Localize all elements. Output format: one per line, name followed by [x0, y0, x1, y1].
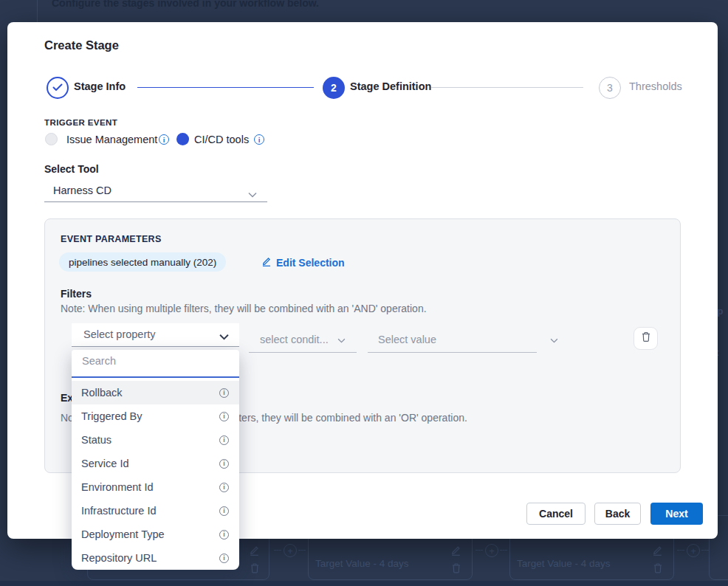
event-parameters-heading: EVENT PARAMETERS [61, 234, 162, 244]
radio-cicd-tools-label[interactable]: CI/CD tools [194, 134, 249, 145]
filters-heading: Filters [61, 288, 92, 300]
condition-select-placeholder: select condit... [260, 334, 329, 345]
next-button[interactable]: Next [650, 503, 703, 525]
radio-cicd-tools[interactable] [176, 133, 189, 145]
property-select-placeholder: Select property [83, 328, 156, 340]
check-icon [52, 82, 63, 94]
option-label: Service Id [81, 458, 219, 469]
info-icon[interactable] [254, 134, 264, 145]
step-2-label: Stage Definition [350, 80, 431, 92]
edit-pencil-icon [450, 545, 461, 559]
step-2-circle[interactable]: 2 [323, 77, 345, 99]
connector-dash [677, 550, 684, 551]
trash-icon [451, 562, 461, 577]
backdrop-divider [37, 0, 38, 22]
info-icon[interactable] [219, 483, 229, 492]
cancel-button[interactable]: Cancel [526, 503, 586, 525]
stepper-connector [431, 87, 583, 88]
option-label: Repository URL [81, 552, 219, 564]
selection-pill: pipelines selected manually (202) [59, 252, 226, 272]
back-button[interactable]: Back [594, 503, 641, 525]
modal-title: Create Stage [44, 38, 119, 52]
info-icon[interactable] [219, 388, 229, 398]
dropdown-option-rollback[interactable]: Rollback [72, 381, 239, 404]
option-label: Infrastructure Id [81, 505, 219, 517]
dropdown-option-triggered-by[interactable]: Triggered By [72, 404, 239, 428]
edit-pencil-icon [261, 256, 272, 269]
connector-dash [298, 550, 306, 551]
plus-icon: + [687, 544, 700, 557]
connector-dash [475, 550, 483, 551]
dropdown-option-repository-url[interactable]: Repository URL [72, 546, 239, 570]
trash-icon [250, 562, 260, 577]
connector-dash [701, 550, 709, 551]
filters-note: Note: When using multiple filters, they … [61, 303, 427, 314]
edit-pencil-icon [249, 545, 260, 559]
edit-selection-link[interactable]: Edit Selection [261, 256, 345, 269]
value-select[interactable]: Select value [378, 334, 558, 345]
chevron-down-icon [550, 334, 558, 345]
property-select[interactable]: Select property [72, 323, 239, 347]
connector-dash [274, 550, 281, 551]
chevron-down-icon [219, 330, 229, 343]
info-icon[interactable] [219, 435, 229, 445]
option-label: Rollback [81, 387, 219, 399]
chevron-down-icon [337, 334, 346, 345]
value-select-placeholder: Select value [378, 334, 436, 345]
plus-icon: + [284, 544, 297, 557]
option-label: Deployment Type [81, 528, 219, 540]
dropdown-option-infrastructure-id[interactable]: Infrastructure Id [72, 499, 239, 523]
edit-pencil-icon [652, 545, 663, 559]
select-tool-label: Select Tool [44, 163, 99, 175]
trash-icon [641, 331, 651, 345]
workflow-card-label: Target Value - 4 days [315, 558, 409, 569]
radio-issue-management-label[interactable]: Issue Management [66, 134, 157, 145]
trigger-event-label: TRIGGER EVENT [44, 118, 117, 127]
option-label: Status [81, 434, 219, 446]
step-1-label[interactable]: Stage Info [74, 80, 126, 92]
dropdown-option-deployment-type[interactable]: Deployment Type [72, 523, 239, 546]
search-input[interactable] [82, 355, 222, 367]
info-icon[interactable] [159, 134, 169, 145]
value-select-underline [368, 352, 537, 353]
dropdown-option-list: Rollback Triggered By Status Service Id … [72, 381, 239, 570]
workflow-card-label: Target Value - 4 days [517, 558, 611, 569]
stepper-connector [137, 87, 314, 88]
info-icon[interactable] [219, 506, 229, 516]
chevron-down-icon [248, 187, 257, 201]
trash-icon [653, 562, 663, 577]
condition-select-underline [249, 352, 357, 353]
property-dropdown-popup: Rollback Triggered By Status Service Id … [72, 350, 239, 570]
radio-issue-management[interactable] [45, 133, 58, 145]
info-icon[interactable] [219, 530, 229, 540]
connector-dash [500, 550, 507, 551]
step-3-circle[interactable]: 3 [599, 77, 621, 99]
option-label: Environment Id [81, 481, 219, 493]
info-icon[interactable] [219, 554, 229, 563]
dropdown-option-environment-id[interactable]: Environment Id [72, 475, 239, 499]
step-3-label: Thresholds [629, 80, 682, 92]
plus-icon: + [485, 544, 498, 557]
backdrop-subtitle: Configure the stages involved in your wo… [52, 0, 319, 9]
dropdown-search-row [72, 350, 239, 378]
backdrop-footer-strip [0, 581, 728, 586]
tool-select-value: Harness CD [53, 185, 111, 196]
edit-selection-label: Edit Selection [276, 257, 345, 269]
option-label: Triggered By [81, 410, 219, 422]
condition-select[interactable]: select condit... [260, 334, 346, 345]
step-3-number: 3 [607, 82, 613, 94]
info-icon[interactable] [219, 459, 229, 469]
step-2-number: 2 [331, 82, 337, 94]
tool-select[interactable]: Harness CD [44, 182, 267, 202]
step-1-circle[interactable] [47, 77, 69, 99]
dropdown-option-service-id[interactable]: Service Id [72, 452, 239, 475]
info-icon[interactable] [219, 412, 229, 421]
dropdown-option-status[interactable]: Status [72, 428, 239, 452]
delete-filter-button[interactable] [633, 327, 658, 350]
